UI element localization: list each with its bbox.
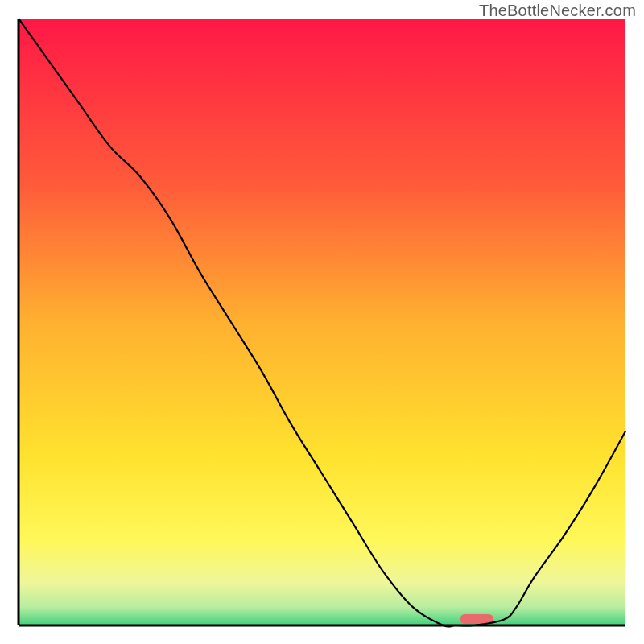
plot-background: [19, 19, 625, 625]
chart-svg: [0, 0, 644, 644]
optimal-marker: [460, 614, 494, 624]
watermark: TheBottleNecker.com: [479, 2, 636, 20]
chart-container: TheBottleNecker.com: [0, 0, 644, 644]
